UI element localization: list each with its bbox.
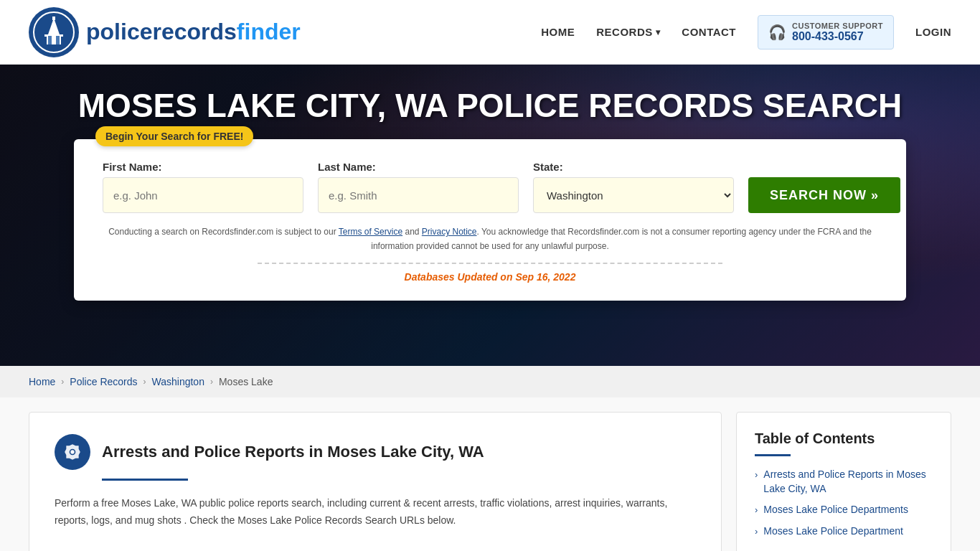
svg-rect-6 bbox=[48, 36, 52, 44]
toc-title: Table of Contents bbox=[755, 430, 933, 447]
toc-arrow-icon: › bbox=[755, 526, 758, 537]
article-body: Perform a free Moses Lake, WA public pol… bbox=[55, 495, 696, 529]
breadcrumb-sep-2: › bbox=[143, 377, 146, 387]
nav-contact[interactable]: CONTACT bbox=[682, 26, 736, 38]
privacy-link[interactable]: Privacy Notice bbox=[422, 227, 477, 237]
nav-records[interactable]: RECORDS ▾ bbox=[596, 26, 660, 38]
breadcrumb-current: Moses Lake bbox=[219, 376, 273, 387]
logo-area[interactable]: policerecordsfinder bbox=[29, 7, 301, 57]
svg-rect-7 bbox=[56, 36, 60, 44]
toc-arrow-icon: › bbox=[755, 504, 758, 515]
breadcrumb-home[interactable]: Home bbox=[29, 376, 55, 387]
first-name-input[interactable] bbox=[103, 177, 303, 213]
svg-rect-5 bbox=[52, 17, 55, 20]
breadcrumb-sep-1: › bbox=[61, 377, 64, 387]
main-content: Arrests and Police Reports in Moses Lake… bbox=[0, 397, 980, 551]
main-nav: HOME RECORDS ▾ CONTACT 🎧 CUSTOMER SUPPOR… bbox=[541, 15, 951, 50]
last-name-field-group: Last Name: bbox=[318, 161, 519, 213]
header: policerecordsfinder HOME RECORDS ▾ CONTA… bbox=[0, 0, 980, 65]
page-title: MOSES LAKE CITY, WA POLICE RECORDS SEARC… bbox=[64, 86, 916, 125]
breadcrumb-sep-3: › bbox=[210, 377, 213, 387]
logo-icon bbox=[29, 7, 79, 57]
hero-section: MOSES LAKE CITY, WA POLICE RECORDS SEARC… bbox=[0, 65, 980, 366]
article-title: Arrests and Police Reports in Moses Lake… bbox=[102, 443, 484, 461]
customer-support-box[interactable]: 🎧 CUSTOMER SUPPORT 800-433-0567 bbox=[758, 15, 894, 50]
support-text: CUSTOMER SUPPORT 800-433-0567 bbox=[792, 22, 883, 43]
logo-text: policerecordsfinder bbox=[86, 19, 301, 45]
toc-link[interactable]: Moses Lake Police Department bbox=[763, 524, 903, 539]
last-name-input[interactable] bbox=[318, 177, 519, 213]
search-card: Begin Your Search for FREE! First Name: … bbox=[74, 139, 906, 301]
toc-arrow-icon: › bbox=[755, 469, 758, 480]
breadcrumb-washington[interactable]: Washington bbox=[152, 376, 204, 387]
nav-home[interactable]: HOME bbox=[541, 26, 575, 38]
toc-item: ›Moses Lake Police Department bbox=[755, 524, 933, 539]
svg-point-9 bbox=[70, 450, 74, 453]
article-divider bbox=[102, 479, 188, 481]
divider bbox=[258, 263, 722, 264]
toc-item: ›Moses Lake Police Departments bbox=[755, 503, 933, 517]
state-select[interactable]: AlabamaAlaskaArizonaArkansasCaliforniaCo… bbox=[533, 177, 734, 213]
search-button[interactable]: SEARCH NOW » bbox=[748, 177, 900, 213]
article-header: Arrests and Police Reports in Moses Lake… bbox=[55, 434, 696, 470]
breadcrumb-police-records[interactable]: Police Records bbox=[70, 376, 137, 387]
content-left: Arrests and Police Reports in Moses Lake… bbox=[29, 412, 722, 551]
headset-icon: 🎧 bbox=[768, 24, 786, 41]
table-of-contents: Table of Contents ›Arrests and Police Re… bbox=[736, 412, 951, 551]
toc-list: ›Arrests and Police Reports in Moses Lak… bbox=[755, 468, 933, 538]
last-name-label: Last Name: bbox=[318, 161, 519, 173]
login-button[interactable]: LOGIN bbox=[915, 26, 951, 38]
toc-link[interactable]: Arrests and Police Reports in Moses Lake… bbox=[763, 468, 933, 496]
tos-link[interactable]: Terms of Service bbox=[339, 227, 402, 237]
db-updated: Databases Updated on Sep 16, 2022 bbox=[103, 271, 877, 283]
first-name-field-group: First Name: bbox=[103, 161, 303, 213]
state-label: State: bbox=[533, 161, 734, 173]
toc-link[interactable]: Moses Lake Police Departments bbox=[763, 503, 908, 517]
toc-divider bbox=[755, 454, 791, 456]
breadcrumb: Home › Police Records › Washington › Mos… bbox=[0, 366, 980, 397]
badge-icon bbox=[55, 434, 90, 470]
search-fields: First Name: Last Name: State: AlabamaAla… bbox=[103, 161, 877, 213]
toc-item: ›Arrests and Police Reports in Moses Lak… bbox=[755, 468, 933, 496]
first-name-label: First Name: bbox=[103, 161, 303, 173]
svg-rect-3 bbox=[44, 34, 63, 37]
free-badge: Begin Your Search for FREE! bbox=[95, 126, 253, 146]
state-field-group: State: AlabamaAlaskaArizonaArkansasCalif… bbox=[533, 161, 734, 213]
chevron-down-icon: ▾ bbox=[656, 27, 661, 37]
disclaimer-text: Conducting a search on Recordsfinder.com… bbox=[103, 225, 877, 254]
